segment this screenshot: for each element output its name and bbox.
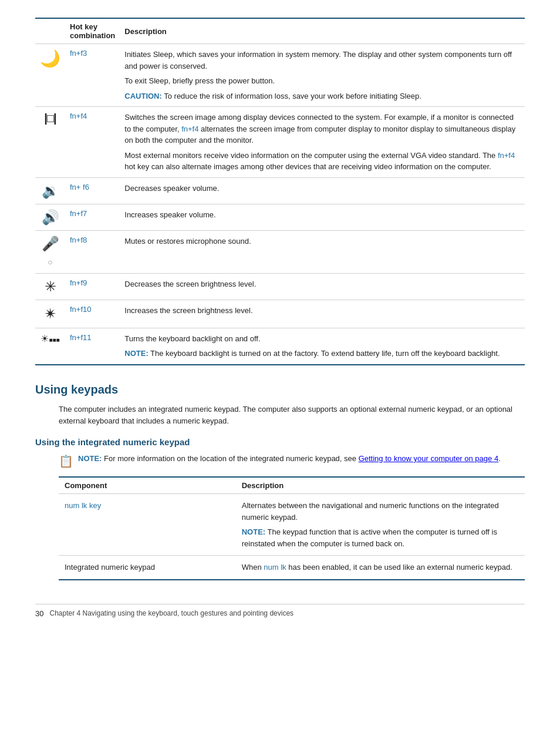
note-label: NOTE:: [78, 454, 102, 463]
comp-desc-header: Description: [236, 477, 525, 494]
hotkey-key-cell: fn+f8: [65, 230, 120, 273]
desc-paragraph: Increases speaker volume.: [124, 209, 520, 221]
footer-chapter-text: Chapter 4 Navigating using the keyboard,…: [49, 609, 294, 617]
display-switch-icon: |□|: [35, 107, 65, 178]
volume-down-icon: 🔉: [35, 177, 65, 204]
brightness-down-icon: ✳: [35, 273, 65, 300]
inline-link: fn+f4: [498, 151, 515, 160]
desc-paragraph: Switches the screen image among display …: [124, 112, 520, 146]
hotkey-desc-cell: Increases the screen brightness level.: [120, 300, 525, 328]
volume-up-icon: 🔊: [35, 204, 65, 230]
comp-desc-paragraph: Alternates between the navigational and …: [242, 500, 519, 523]
component-table: Component Description num lk keyAlternat…: [59, 476, 525, 580]
caution-label: CAUTION:: [124, 92, 162, 100]
section-title-keypads: Using keypads: [35, 383, 525, 396]
hotkey-key-cell: fn+f9: [65, 273, 120, 300]
hotkey-key-cell: fn+ f6: [65, 177, 120, 204]
desc-paragraph: Increases the screen brightness level.: [124, 305, 520, 317]
hotkey-desc-cell: Decreases the screen brightness level.: [120, 273, 525, 300]
keypads-body-para: The computer includes an integrated nume…: [59, 404, 525, 428]
subsection-title-integrated: Using the integrated numeric keypad: [35, 437, 525, 447]
hotkey-row: 🌙fn+f3Initiates Sleep, which saves your …: [35, 44, 525, 107]
hotkey-row: 🔉fn+ f6Decreases speaker volume.: [35, 177, 525, 204]
hotkey-desc-cell: Increases speaker volume.: [120, 204, 525, 230]
hotkey-col-key-header: Hot key combination: [65, 18, 120, 44]
hotkey-table: Hot key combination Description 🌙fn+f3In…: [35, 18, 525, 365]
hotkey-col-desc-header: Description: [120, 18, 525, 44]
comp-desc-paragraph: NOTE: The keypad function that is active…: [242, 526, 519, 549]
hotkey-desc-cell: Turns the keyboard backlight on and off.…: [120, 328, 525, 365]
note-label: NOTE:: [124, 349, 148, 358]
comp-desc-paragraph: When num lk has been enabled, it can be …: [242, 562, 519, 573]
hotkey-desc-cell: Initiates Sleep, which saves your inform…: [120, 44, 525, 107]
note-body: For more information on the location of …: [104, 454, 359, 463]
page-footer: 30 Chapter 4 Navigating using the keyboa…: [35, 604, 525, 618]
hotkey-row: 🔊fn+f7Increases speaker volume.: [35, 204, 525, 230]
hotkey-row: ✳fn+f9Decreases the screen brightness le…: [35, 273, 525, 300]
mic-mute-icon: 🎤○: [35, 230, 65, 273]
desc-paragraph: Mutes or restores microphone sound.: [124, 236, 520, 247]
note-icon: 📋: [59, 454, 73, 468]
hotkey-row: 🎤○fn+f8Mutes or restores microphone soun…: [35, 230, 525, 273]
comp-component-cell: Integrated numeric keypad: [59, 556, 236, 580]
hotkey-key-cell: fn+f4: [65, 107, 120, 178]
note-link-suffix: .: [498, 454, 501, 463]
desc-paragraph: To exit Sleep, briefly press the power b…: [124, 75, 520, 87]
hotkey-row: |□|fn+f4Switches the screen image among …: [35, 107, 525, 178]
desc-paragraph: Decreases the screen brightness level.: [124, 278, 520, 290]
brightness-up-icon: ✴: [35, 300, 65, 328]
hotkey-key-cell: fn+f10: [65, 300, 120, 328]
hotkey-desc-cell: Decreases speaker volume.: [120, 177, 525, 204]
num-lk-inline: num lk: [264, 563, 286, 572]
note-text-content: NOTE: For more information on the locati…: [78, 453, 501, 465]
desc-paragraph: NOTE: The keyboard backlight is turned o…: [124, 348, 520, 359]
desc-paragraph: Decreases speaker volume.: [124, 183, 520, 194]
integrated-keypad-note: 📋 NOTE: For more information on the loca…: [59, 453, 525, 468]
hotkey-row: ☀︎■■■fn+f11Turns the keyboard backlight …: [35, 328, 525, 365]
desc-paragraph: Most external monitors receive video inf…: [124, 150, 520, 173]
page-number: 30: [35, 609, 43, 618]
desc-paragraph: CAUTION: To reduce the risk of informati…: [124, 90, 520, 102]
comp-table-row: num lk keyAlternates between the navigat…: [59, 494, 525, 556]
comp-desc-cell: Alternates between the navigational and …: [236, 494, 525, 556]
sleep-icon: 🌙: [35, 44, 65, 107]
hotkey-key-cell: fn+f11: [65, 328, 120, 365]
backlight-icon: ☀︎■■■: [35, 328, 65, 365]
comp-table-row: Integrated numeric keypadWhen num lk has…: [59, 556, 525, 580]
comp-component-cell: num lk key: [59, 494, 236, 556]
note-link[interactable]: Getting to know your computer on page 4: [359, 454, 498, 463]
note-label: NOTE:: [242, 527, 265, 536]
hotkey-desc-cell: Mutes or restores microphone sound.: [120, 230, 525, 273]
comp-desc-cell: When num lk has been enabled, it can be …: [236, 556, 525, 580]
hotkey-col-icon-header: [35, 18, 65, 44]
hotkey-desc-cell: Switches the screen image among display …: [120, 107, 525, 178]
num-lk-link[interactable]: num lk: [65, 501, 87, 510]
desc-paragraph: Initiates Sleep, which saves your inform…: [124, 49, 520, 72]
comp-col-header: Component: [59, 477, 236, 494]
hotkey-row: ✴fn+f10Increases the screen brightness l…: [35, 300, 525, 328]
hotkey-key-cell: fn+f7: [65, 204, 120, 230]
hotkey-key-cell: fn+f3: [65, 44, 120, 107]
inline-link: fn+f4: [181, 125, 198, 133]
desc-paragraph: Turns the keyboard backlight on and off.: [124, 333, 520, 345]
